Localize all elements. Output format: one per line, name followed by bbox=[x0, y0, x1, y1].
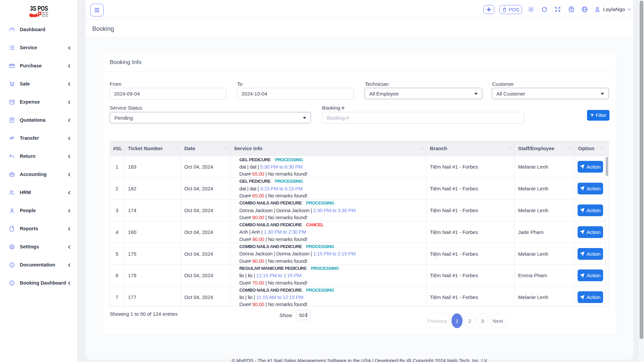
svg-text:3S POS: 3S POS bbox=[30, 4, 48, 12]
